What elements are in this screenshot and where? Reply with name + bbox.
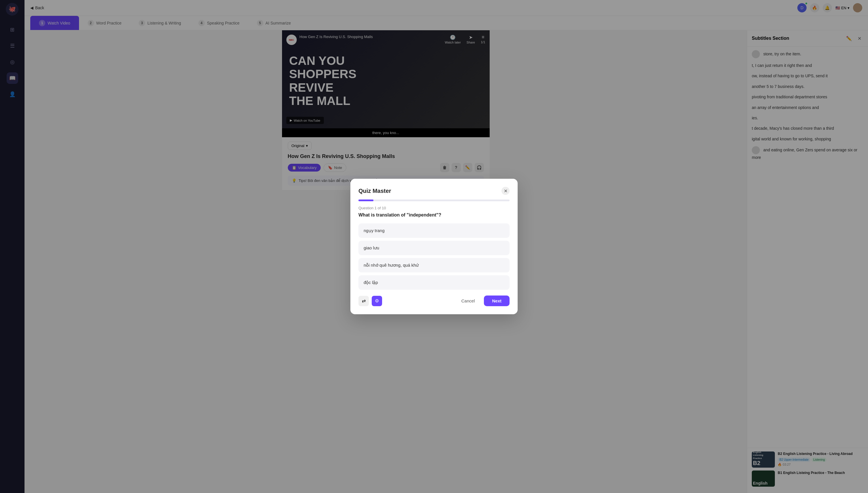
modal-header: Quiz Master ✕	[358, 187, 434, 195]
progress-bar	[358, 199, 434, 201]
question-text: What is translation of "independent"?	[358, 213, 434, 218]
answer-option-2[interactable]: giao lưu	[358, 241, 434, 246]
answer-options: ngụy trang giao lưu nỗi nhớ quê hương, q…	[358, 223, 434, 246]
progress-fill	[358, 199, 374, 201]
answer-option-1[interactable]: ngụy trang	[358, 223, 434, 238]
modal-overlay[interactable]: Quiz Master ✕ Question 1 of 10 What is t…	[0, 0, 434, 246]
question-meta: Question 1 of 10	[358, 206, 434, 210]
quiz-modal: Quiz Master ✕ Question 1 of 10 What is t…	[351, 179, 434, 246]
modal-title: Quiz Master	[358, 188, 391, 194]
